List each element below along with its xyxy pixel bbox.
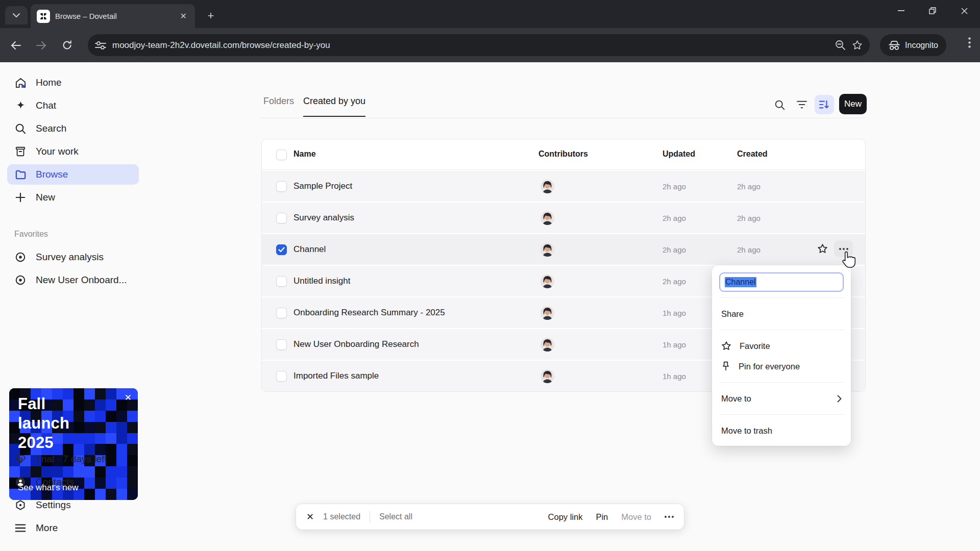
pin-button[interactable]: Pin <box>596 512 608 522</box>
rename-input[interactable]: Channel <box>719 272 844 292</box>
sidebar-item-search[interactable]: Search <box>7 118 139 139</box>
row-name[interactable]: Sample Project <box>293 181 352 191</box>
sidebar-item-chat[interactable]: Chat <box>7 95 139 116</box>
column-header-contributors[interactable]: Contributors <box>538 149 588 159</box>
row-updated: 2h ago <box>663 277 686 286</box>
row-checkbox[interactable] <box>276 371 287 382</box>
sidebar-item-your-work[interactable]: Your work <box>7 141 139 162</box>
back-button[interactable] <box>7 37 24 54</box>
row-context-menu: Channel Share Favorite Pin for everyone … <box>712 265 851 446</box>
sort-button[interactable] <box>815 95 834 114</box>
column-header-created[interactable]: Created <box>737 149 768 159</box>
screen: Browse – Dovetail ✕ + moodjoy- <box>0 0 980 551</box>
sparkle-icon <box>14 99 27 112</box>
sidebar-item-label: Chat <box>36 100 56 111</box>
row-name[interactable]: Untitled insight <box>293 276 351 286</box>
row-updated: 1h ago <box>663 372 686 381</box>
sidebar-item-label: Your work <box>36 146 79 157</box>
minimize-button[interactable] <box>885 0 917 21</box>
select-all-checkbox[interactable] <box>276 149 287 160</box>
filter-button[interactable] <box>792 95 812 114</box>
favorite-item-label: Survey analysis <box>36 252 104 263</box>
tab-close-icon[interactable]: ✕ <box>178 10 189 22</box>
select-all-button[interactable]: Select all <box>379 512 412 521</box>
promo-title: Falllaunch2025 <box>18 394 69 453</box>
browser-tab[interactable]: Browse – Dovetail ✕ <box>31 4 195 28</box>
site-info-icon[interactable] <box>95 41 106 49</box>
close-window-button[interactable] <box>948 0 980 21</box>
contributor-avatar <box>541 211 554 225</box>
favorite-item-new-user-onboarding[interactable]: New User Onboard... <box>7 270 139 290</box>
contributor-avatar <box>541 274 554 288</box>
tab-created-by-you[interactable]: Created by you <box>303 96 365 117</box>
insight-icon <box>14 274 27 286</box>
table-row[interactable]: Channel2h ago2h ago <box>262 233 865 265</box>
menu-item-move-to[interactable]: Move to <box>712 388 851 409</box>
search-button[interactable] <box>770 95 789 114</box>
more-actions-button[interactable] <box>665 516 674 518</box>
row-checkbox[interactable] <box>276 308 287 318</box>
archive-icon <box>14 145 27 158</box>
move-to-button[interactable]: Move to <box>621 512 651 522</box>
row-checkbox[interactable] <box>276 181 287 192</box>
sidebar-item-home[interactable]: Home <box>7 72 139 93</box>
url-text[interactable]: moodjoy-team-2h2v.dovetail.com/browse/cr… <box>112 40 829 51</box>
menu-item-label: Move to trash <box>721 426 772 436</box>
contributor-avatar <box>541 338 554 352</box>
url-bar[interactable]: moodjoy-team-2h2v.dovetail.com/browse/cr… <box>88 34 870 56</box>
row-checkbox[interactable] <box>276 213 287 223</box>
menu-divider <box>719 297 844 298</box>
row-checkbox[interactable] <box>276 276 287 287</box>
menu-icon <box>14 522 27 534</box>
menu-item-pin-for-everyone[interactable]: Pin for everyone <box>712 356 851 377</box>
column-header-name[interactable]: Name <box>293 149 316 159</box>
contributor-avatar <box>541 306 554 320</box>
restore-button[interactable] <box>917 0 948 21</box>
row-checkbox[interactable] <box>276 244 287 255</box>
row-name[interactable]: Survey analysis <box>293 213 354 223</box>
column-header-updated[interactable]: Updated <box>663 149 695 159</box>
menu-item-share[interactable]: Share <box>712 304 851 324</box>
window-controls <box>885 0 980 24</box>
forward-button[interactable] <box>33 37 50 54</box>
rename-input-value: Channel <box>725 277 756 287</box>
zoom-icon[interactable] <box>835 40 846 51</box>
search-icon <box>14 122 27 135</box>
menu-item-label: Favorite <box>740 341 770 351</box>
favorite-item-survey-analysis[interactable]: Survey analysis <box>7 247 139 267</box>
tab-folders[interactable]: Folders <box>263 96 294 116</box>
menu-item-favorite[interactable]: Favorite <box>712 336 851 356</box>
new-button[interactable]: New <box>839 94 867 114</box>
sidebar-item-label: Trial · 7 days left <box>36 454 107 465</box>
sidebar-item-browse[interactable]: Browse <box>7 164 139 185</box>
menu-item-move-to-trash[interactable]: Move to trash <box>712 420 851 441</box>
copy-link-button[interactable]: Copy link <box>548 512 583 522</box>
settings-icon <box>14 499 27 511</box>
sidebar-item-label: More <box>36 522 58 534</box>
tab-search-button[interactable] <box>5 6 28 24</box>
sidebar-item-trial[interactable]: Trial · 7 days left <box>7 449 139 469</box>
selection-count: 1 selected <box>323 512 360 521</box>
reload-button[interactable] <box>58 37 76 54</box>
table-row[interactable]: Survey analysis2h ago2h ago <box>262 202 865 233</box>
row-name[interactable]: Onboarding Research Summary - 2025 <box>293 308 445 318</box>
new-tab-button[interactable]: + <box>203 8 218 23</box>
row-name[interactable]: Imported Files sample <box>293 371 379 381</box>
promo-close-icon[interactable]: ✕ <box>125 392 132 403</box>
row-favorite-star-icon[interactable] <box>817 243 828 254</box>
browser-menu-button[interactable] <box>968 37 971 48</box>
row-name[interactable]: Channel <box>293 244 326 255</box>
table-row[interactable]: Sample Project2h ago2h ago <box>262 170 865 202</box>
sidebar-item-contacts[interactable]: Contacts <box>7 472 139 492</box>
sidebar-item-settings[interactable]: Settings <box>7 495 139 515</box>
row-checkbox[interactable] <box>276 339 287 350</box>
bookmark-star-icon[interactable] <box>852 40 863 51</box>
row-name[interactable]: New User Onboarding Research <box>293 339 419 349</box>
incognito-label: Incognito <box>905 41 938 50</box>
contributor-avatar <box>541 369 554 383</box>
sidebar-item-more[interactable]: More <box>7 518 139 538</box>
browser-tabstrip: Browse – Dovetail ✕ + <box>0 0 980 28</box>
sidebar-item-new[interactable]: New <box>7 187 139 208</box>
pin-icon <box>721 361 730 371</box>
clear-selection-icon[interactable]: ✕ <box>306 511 314 522</box>
